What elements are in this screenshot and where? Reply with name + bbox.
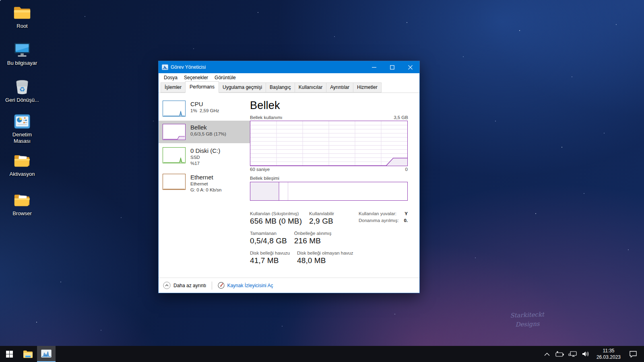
timeline-left-label: 60 saniye	[250, 167, 270, 172]
menu-item-2[interactable]: Görüntüle	[211, 74, 239, 82]
memory-usage-chart	[250, 121, 408, 166]
chevron-up-circle-icon	[163, 282, 171, 289]
sidebar-item-subtitle: Ethernet	[190, 181, 221, 187]
sidebar-item-subtitle: G: 0 A: 0 Kb/sn	[190, 187, 221, 193]
desktop-icon-label: Root	[17, 23, 27, 29]
disk-0-c-thumbnail-graph	[163, 147, 186, 163]
side-info-label: Kullanılan yuvalar:	[359, 211, 396, 216]
volume-icon[interactable]	[580, 346, 591, 362]
sidebar-item-title: Ethernet	[190, 174, 221, 181]
starfield	[0, 0, 1, 1]
detail-row: Tamamlanan0,5/4,8 GBÖnbelleğe alınmış216…	[250, 231, 408, 245]
file-explorer-button[interactable]	[19, 346, 37, 362]
maximize-button[interactable]	[383, 61, 401, 73]
detail-label: Kullanılabilir	[309, 211, 334, 216]
control-panel-icon	[12, 113, 32, 130]
resource-monitor-icon	[218, 282, 225, 289]
detail-value: 216 MB	[294, 237, 332, 245]
side-info-row: Donanıma ayrılmış:0.	[359, 218, 408, 223]
desktop-icon-label: Browser	[12, 210, 32, 217]
detail-value: 2,9 GB	[309, 217, 334, 226]
sidebar-item-subtitle: %17	[190, 160, 220, 167]
menu-item-0[interactable]: Dosya	[161, 74, 181, 82]
task-manager-taskbar-button[interactable]	[37, 346, 56, 362]
memory-usage-label: Bellek kullanımı	[250, 115, 283, 120]
desktop-icon-this-pc[interactable]: Bu bilgisayar	[2, 41, 42, 66]
detail-row: Disk belleği havuzu41,7 MBDisk belleği o…	[250, 251, 408, 265]
minimize-button[interactable]	[365, 61, 383, 73]
cpu-thumbnail-graph	[163, 101, 186, 117]
sidebar-item-ethernet[interactable]: EthernetEthernetG: 0 A: 0 Kb/sn	[159, 171, 250, 196]
start-button[interactable]	[0, 346, 19, 362]
wallpaper-watermark: Starkiteckt Designs	[499, 310, 555, 330]
open-resource-monitor-link[interactable]: Kaynak İzleyicisini Aç	[218, 282, 273, 289]
detail-label: Tamamlanan	[250, 231, 287, 236]
taskbar-clock[interactable]: 11:35 26.03.2023	[593, 348, 624, 360]
tab-uygulama-ge-mi-i[interactable]: Uygulama geçmişi	[219, 82, 266, 93]
window-statusbar: Daha az ayrıntı Kaynak İzleyicisini Aç	[159, 278, 419, 293]
battery-power-icon[interactable]	[555, 346, 565, 362]
memory-thumbnail-graph	[163, 124, 186, 140]
windows-logo-icon	[6, 351, 13, 358]
detail-label: Disk belleği olmayan havuz	[297, 251, 353, 255]
taskbar-spacer	[56, 346, 542, 362]
sidebar-item-title: 0 Diski (C:)	[190, 147, 220, 154]
menu-item-1[interactable]: Seçenekler	[181, 74, 211, 82]
folder-open-icon	[12, 191, 32, 209]
sidebar-item-title: Bellek	[190, 124, 226, 131]
desktop-icon-label: Bu bilgisayar	[7, 60, 37, 66]
tab-performans[interactable]: Performans	[185, 81, 219, 93]
sidebar-item-subtitle: 0,6/3,5 GB (17%)	[190, 131, 226, 137]
fewer-details-button[interactable]: Daha az ayrıntı	[163, 282, 206, 289]
tab-strip: İşlemlerPerformansUygulama geçmişiBaşlan…	[159, 82, 419, 93]
desktop-icon-label: Denetim Masası	[4, 132, 41, 145]
panel-title: Bellek	[250, 99, 408, 112]
detail-cell: Kullanılan (Sıkıştırılmış)656 MB (0 MB)	[250, 211, 302, 226]
tab-kullan-c-lar[interactable]: Kullanıcılar	[295, 82, 326, 93]
memory-composition-label: Bellek bileşimi	[250, 176, 408, 181]
detail-label: Kullanılan (Sıkıştırılmış)	[250, 211, 302, 216]
composition-segment-used[interactable]	[250, 182, 279, 200]
recycle-bin-icon: ♻	[12, 78, 32, 96]
performance-sidebar: CPU1% 2,59 GHzBellek0,6/3,5 GB (17%)0 Di…	[159, 93, 250, 278]
sidebar-item-title: CPU	[190, 101, 219, 108]
ethernet-thumbnail-graph	[163, 174, 186, 190]
detail-value: 656 MB (0 MB)	[250, 217, 302, 226]
desktop-icon-root[interactable]: Root	[2, 4, 42, 29]
desktop-icon-browser[interactable]: Browser	[2, 191, 42, 217]
sidebar-item-disk-0-c[interactable]: 0 Diski (C:)SSD%17	[159, 144, 250, 170]
network-icon[interactable]	[568, 346, 578, 362]
sidebar-item-subtitle: 1% 2,59 GHz	[190, 108, 219, 114]
detail-cell: Kullanılabilir2,9 GB	[309, 211, 334, 226]
tab-ayr-nt-lar[interactable]: Ayrıntılar	[326, 82, 353, 93]
side-info-value: 0.	[404, 218, 408, 223]
desktop-icons: RootBu bilgisayar♻Geri Dönüşü...Denetim …	[0, 4, 44, 217]
tab-i-lemler[interactable]: İşlemler	[161, 82, 186, 93]
desktop-icon-recycle-bin[interactable]: ♻Geri Dönüşü...	[2, 78, 42, 103]
desktop-icon-activation[interactable]: Aktivasyon	[2, 152, 42, 177]
sidebar-item-memory[interactable]: Bellek0,6/3,5 GB (17%)	[159, 121, 250, 143]
detail-cell: Tamamlanan0,5/4,8 GB	[250, 231, 287, 245]
action-center-icon[interactable]	[626, 346, 640, 362]
hidden-icons-chevron-icon[interactable]	[542, 346, 552, 362]
desktop-icon-control-panel[interactable]: Denetim Masası	[2, 113, 42, 145]
detail-cell: Disk belleği olmayan havuz48,0 MB	[297, 251, 353, 265]
sidebar-item-cpu[interactable]: CPU1% 2,59 GHz	[159, 97, 250, 120]
statusbar-divider	[212, 282, 212, 290]
desktop-icon-label: Geri Dönüşü...	[5, 97, 39, 103]
window-title: Görev Yöneticisi	[171, 64, 365, 70]
detail-label: Önbelleğe alınmış	[294, 231, 332, 236]
composition-segment-free[interactable]	[288, 182, 407, 200]
detail-value: 48,0 MB	[297, 256, 353, 265]
window-titlebar[interactable]: Görev Yöneticisi	[159, 61, 419, 73]
computer-icon	[12, 41, 32, 59]
composition-segment-modified[interactable]	[279, 182, 288, 200]
memory-details: Kullanılan (Sıkıştırılmış)656 MB (0 MB)K…	[250, 211, 408, 265]
memory-max-label: 3,5 GB	[394, 115, 408, 120]
tab-hizmetler[interactable]: Hizmetler	[353, 82, 382, 93]
tab-ba-lang-[interactable]: Başlangıç	[266, 82, 295, 93]
memory-side-info: Kullanılan yuvalar:YDonanıma ayrılmış:0.	[359, 211, 408, 225]
open-resource-monitor-label: Kaynak İzleyicisini Aç	[227, 283, 273, 288]
close-button[interactable]	[401, 61, 419, 73]
memory-composition-bar	[250, 182, 408, 201]
